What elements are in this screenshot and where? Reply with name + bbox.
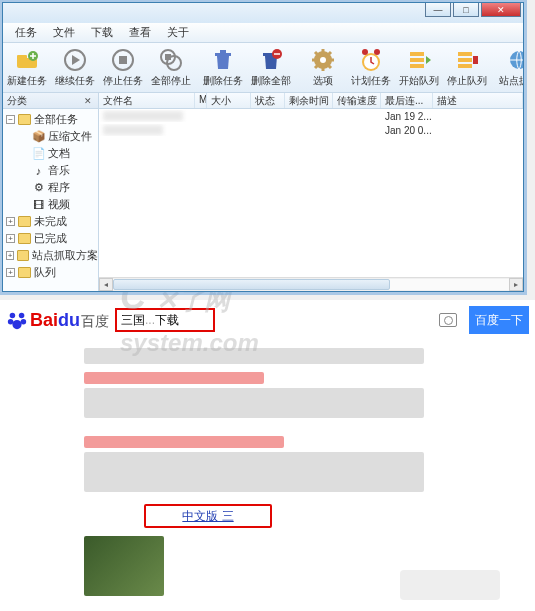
expander-icon[interactable]: + — [6, 251, 14, 260]
expander-icon[interactable]: − — [6, 115, 15, 124]
expander-icon[interactable]: + — [6, 217, 15, 226]
svg-rect-26 — [410, 64, 424, 68]
col-size[interactable]: 大小 — [207, 93, 251, 108]
delete-all-icon — [259, 48, 283, 72]
resume-icon — [63, 48, 87, 72]
options-button[interactable]: 选项 — [299, 44, 347, 92]
result-thumbnail — [84, 536, 164, 596]
tree-video[interactable]: 🎞视频 — [3, 196, 98, 213]
tree-all-tasks[interactable]: −全部任务 — [3, 111, 98, 128]
folder-icon — [18, 114, 31, 125]
site-grab-icon — [507, 48, 523, 72]
folder-icon — [18, 216, 31, 227]
delete-all-button[interactable]: 删除全部 — [247, 44, 295, 92]
svg-point-19 — [320, 57, 326, 63]
svg-rect-27 — [458, 52, 472, 56]
tool-label: 停止任务 — [103, 74, 143, 88]
scroll-track[interactable] — [113, 279, 509, 290]
search-suffix: 下载 — [155, 313, 179, 327]
tool-label: 选项 — [313, 74, 333, 88]
video-icon: 🎞 — [32, 199, 45, 210]
menu-view[interactable]: 查看 — [121, 23, 159, 42]
tree-site-grab[interactable]: +站点抓取方案 — [3, 247, 98, 264]
tree-docs[interactable]: 📄文档 — [3, 145, 98, 162]
stop-queue-button[interactable]: 停止队列 — [443, 44, 491, 92]
folder-icon — [18, 233, 31, 244]
tool-label: 删除全部 — [251, 74, 291, 88]
options-icon — [311, 48, 335, 72]
schedule-button[interactable]: 计划任务 — [347, 44, 395, 92]
table-row[interactable]: Jan 20 0... — [99, 123, 523, 137]
expander-icon[interactable]: + — [6, 234, 15, 243]
toolbar: 新建任务 继续任务 停止任务 全部停止 删除任务 删除全部 选项 — [3, 43, 523, 93]
col-m[interactable]: M — [195, 93, 207, 108]
col-desc[interactable]: 描述 — [433, 93, 523, 108]
tree-apps[interactable]: ⚙程序 — [3, 179, 98, 196]
delete-task-button[interactable]: 删除任务 — [199, 44, 247, 92]
tool-label: 停止队列 — [447, 74, 487, 88]
site-grab-button[interactable]: 站点抓取 — [495, 44, 523, 92]
start-queue-icon — [407, 48, 431, 72]
resume-task-button[interactable]: 继续任务 — [51, 44, 99, 92]
tree-incomplete[interactable]: +未完成 — [3, 213, 98, 230]
sidebar-close-icon[interactable]: ✕ — [84, 96, 94, 106]
baidu-search-button[interactable]: 百度一下 — [469, 306, 529, 334]
stop-icon — [111, 48, 135, 72]
tool-label: 站点抓取 — [499, 74, 523, 88]
start-queue-button[interactable]: 开始队列 — [395, 44, 443, 92]
menu-task[interactable]: 任务 — [7, 23, 45, 42]
blurred-content — [84, 436, 284, 448]
tree-label: 未完成 — [34, 214, 67, 229]
tree-label: 站点抓取方案 — [32, 248, 98, 263]
tree-music[interactable]: ♪音乐 — [3, 162, 98, 179]
scroll-right-icon[interactable]: ▸ — [509, 278, 523, 291]
new-task-button[interactable]: 新建任务 — [3, 44, 51, 92]
expander-icon[interactable]: + — [6, 268, 15, 277]
col-status[interactable]: 状态 — [251, 93, 285, 108]
svg-point-4 — [12, 320, 21, 329]
minimize-button[interactable]: — — [425, 3, 451, 17]
stop-task-button[interactable]: 停止任务 — [99, 44, 147, 92]
camera-icon[interactable] — [439, 313, 457, 327]
col-speed[interactable]: 传输速度 — [333, 93, 381, 108]
stop-queue-icon — [455, 48, 479, 72]
baidu-search-input[interactable]: 三国...下载 — [115, 308, 215, 332]
maximize-button[interactable]: □ — [453, 3, 479, 17]
menu-download[interactable]: 下载 — [83, 23, 121, 42]
scroll-left-icon[interactable]: ◂ — [99, 278, 113, 291]
app-icon: ⚙ — [32, 182, 45, 193]
col-remain[interactable]: 剩余时间 — [285, 93, 333, 108]
svg-point-23 — [374, 49, 380, 55]
blurred-content — [84, 388, 424, 418]
horizontal-scrollbar[interactable]: ◂ ▸ — [99, 277, 523, 291]
zip-icon: 📦 — [32, 131, 45, 142]
tool-label: 计划任务 — [351, 74, 391, 88]
stop-all-button[interactable]: 全部停止 — [147, 44, 195, 92]
col-filename[interactable]: 文件名 — [99, 93, 195, 108]
baidu-logo-bai: Bai — [30, 310, 58, 330]
close-button[interactable]: ✕ — [481, 3, 521, 17]
tree-label: 压缩文件 — [48, 129, 92, 144]
tree-queue[interactable]: +队列 — [3, 264, 98, 281]
tree-zip[interactable]: 📦压缩文件 — [3, 128, 98, 145]
menu-about[interactable]: 关于 — [159, 23, 197, 42]
list-body[interactable]: Jan 19 2... Jan 20 0... ◂ ▸ — [99, 109, 523, 291]
svg-rect-10 — [119, 56, 127, 64]
titlebar[interactable]: — □ ✕ — [3, 3, 523, 23]
svg-point-22 — [362, 49, 368, 55]
list-header: 文件名 M 大小 状态 剩余时间 传输速度 最后连... 描述 — [99, 93, 523, 109]
svg-rect-28 — [458, 58, 472, 62]
svg-rect-29 — [458, 64, 472, 68]
tool-label: 新建任务 — [7, 74, 47, 88]
tree-complete[interactable]: +已完成 — [3, 230, 98, 247]
menubar: 任务 文件 下载 查看 关于 — [3, 23, 523, 43]
tree-label: 全部任务 — [34, 112, 78, 127]
sidebar-header: 分类 ✕ — [3, 93, 98, 109]
tool-label: 开始队列 — [399, 74, 439, 88]
scroll-thumb[interactable] — [113, 279, 390, 290]
svg-rect-14 — [215, 53, 231, 56]
col-last[interactable]: 最后连... — [381, 93, 433, 108]
table-row[interactable]: Jan 19 2... — [99, 109, 523, 123]
menu-file[interactable]: 文件 — [45, 23, 83, 42]
highlighted-link[interactable]: 中文版 三 — [144, 504, 272, 528]
